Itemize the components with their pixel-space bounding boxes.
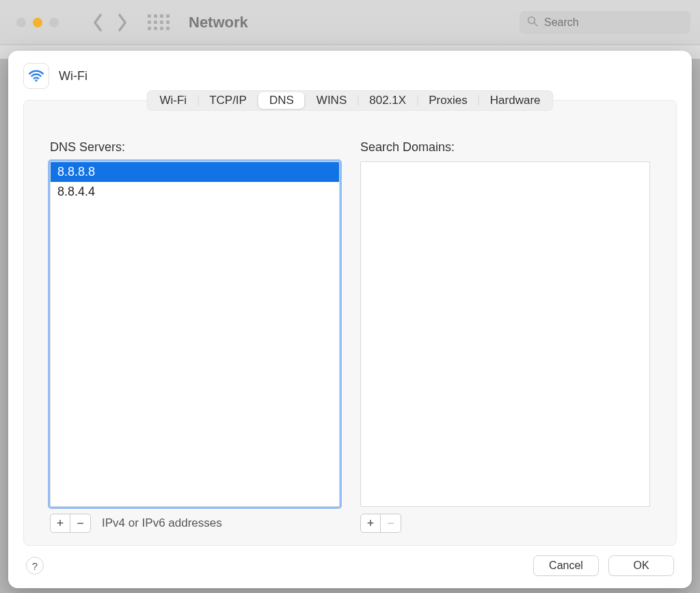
window-minimize-button[interactable] — [33, 18, 42, 27]
tab-wins[interactable]: WINS — [306, 92, 358, 109]
svg-line-1 — [534, 23, 537, 26]
wifi-icon — [23, 63, 49, 89]
pref-pane-title: Network — [189, 14, 248, 31]
dns-servers-controls: + − IPv4 or IPv6 addresses — [50, 514, 340, 533]
nav-arrows — [92, 13, 129, 32]
tab-label: WINS — [317, 94, 347, 107]
tab-label: Hardware — [490, 94, 541, 107]
search-domains-column: Search Domains: + − — [360, 140, 650, 533]
show-all-button[interactable] — [148, 14, 170, 30]
add-search-domain-button[interactable]: + — [360, 514, 381, 533]
tab-strip: Wi-Fi TCP/IP DNS WINS 802.1X Proxies Har… — [146, 90, 553, 111]
window-zoom-button[interactable] — [49, 18, 59, 27]
syspref-toolbar: Network — [0, 0, 700, 45]
tab-dns[interactable]: DNS — [258, 92, 305, 109]
dns-servers-list[interactable]: 8.8.8.8 8.8.4.4 — [50, 161, 340, 507]
tab-hardware[interactable]: Hardware — [479, 92, 552, 109]
dns-servers-label: DNS Servers: — [50, 140, 340, 155]
tab-8021x[interactable]: 802.1X — [358, 92, 417, 109]
dns-servers-column: DNS Servers: 8.8.8.8 8.8.4.4 + − IPv4 or… — [50, 140, 340, 533]
tab-tcpip[interactable]: TCP/IP — [198, 92, 258, 109]
tab-label: DNS — [269, 94, 294, 107]
tab-label: Wi-Fi — [159, 94, 187, 107]
search-input[interactable] — [544, 16, 684, 29]
remove-dns-server-button[interactable]: − — [70, 514, 91, 533]
svg-point-2 — [35, 79, 37, 81]
dns-servers-pm-group: + − — [50, 514, 91, 533]
search-icon — [526, 15, 539, 29]
sheet-footer: ? Cancel OK — [8, 546, 692, 588]
tab-label: TCP/IP — [209, 94, 247, 107]
search-domains-controls: + − — [360, 514, 650, 533]
cancel-button[interactable]: Cancel — [533, 555, 599, 576]
window-close-button[interactable] — [16, 18, 26, 27]
add-dns-server-button[interactable]: + — [50, 514, 70, 533]
dns-server-row[interactable]: 8.8.4.4 — [51, 182, 339, 202]
traffic-lights — [16, 18, 59, 27]
sheet-title: Wi-Fi — [59, 69, 88, 83]
ok-button[interactable]: OK — [608, 555, 674, 576]
dns-hint: IPv4 or IPv6 addresses — [102, 516, 222, 530]
tab-label: 802.1X — [369, 94, 406, 107]
tab-label: Proxies — [429, 94, 468, 107]
forward-button[interactable] — [116, 13, 129, 32]
dns-columns: DNS Servers: 8.8.8.8 8.8.4.4 + − IPv4 or… — [24, 101, 676, 533]
network-advanced-sheet: Wi-Fi Wi-Fi TCP/IP DNS WINS 802.1X Proxi… — [8, 51, 692, 588]
sheet-header: Wi-Fi — [8, 51, 692, 96]
search-domains-pm-group: + − — [360, 514, 401, 533]
search-domains-label: Search Domains: — [360, 140, 650, 155]
tab-wifi[interactable]: Wi-Fi — [148, 92, 198, 109]
content-card: Wi-Fi TCP/IP DNS WINS 802.1X Proxies Har… — [23, 100, 677, 546]
tab-proxies[interactable]: Proxies — [418, 92, 479, 109]
back-button[interactable] — [92, 13, 104, 32]
remove-search-domain-button[interactable]: − — [381, 514, 401, 533]
search-domains-list[interactable] — [360, 161, 650, 507]
help-button[interactable]: ? — [26, 557, 44, 575]
dns-server-row[interactable]: 8.8.8.8 — [51, 162, 339, 182]
search-box[interactable] — [520, 11, 690, 34]
